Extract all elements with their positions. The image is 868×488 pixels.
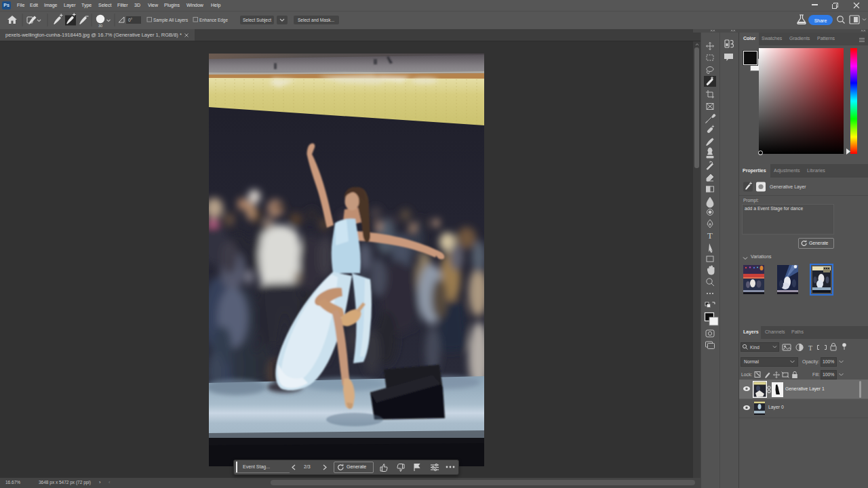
svg-text:T: T — [808, 344, 812, 352]
svg-text:Share: Share — [814, 18, 827, 23]
svg-text:30: 30 — [98, 24, 102, 28]
svg-text:Select Subject: Select Subject — [243, 18, 271, 23]
svg-text:Select and Mask...: Select and Mask... — [298, 18, 334, 22]
svg-text:0°: 0° — [128, 18, 133, 22]
svg-text:T: T — [707, 230, 713, 241]
svg-text:Enhance Edge: Enhance Edge — [199, 18, 228, 23]
svg-text:Sample All Layers: Sample All Layers — [153, 18, 188, 23]
svg-text:Kind: Kind — [750, 345, 760, 350]
